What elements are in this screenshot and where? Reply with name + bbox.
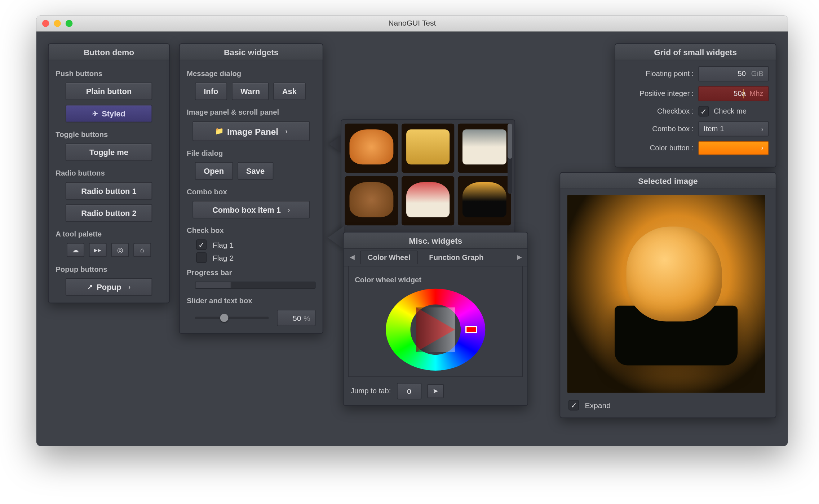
combo-box[interactable]: Combo box item 1› <box>192 201 310 218</box>
panel-misc-widgets[interactable]: Misc. widgets ◀ Color Wheel Function Gra… <box>343 232 528 406</box>
image-thumb[interactable] <box>345 176 398 225</box>
slider-knob[interactable] <box>220 314 229 322</box>
tab-color-wheel[interactable]: Color Wheel <box>360 251 418 264</box>
label-progress-bar: Progress bar <box>187 269 315 277</box>
tool-compass-button[interactable]: ◎ <box>111 243 129 257</box>
tab-function-graph[interactable]: Function Graph <box>421 251 491 264</box>
image-panel-button[interactable]: 📁Image Panel› <box>192 121 310 141</box>
slider[interactable] <box>195 317 269 319</box>
popup-button[interactable]: ↗Popup› <box>66 278 152 296</box>
panel-title: Misc. widgets <box>344 233 527 249</box>
styled-button[interactable]: ✈Styled <box>66 105 152 123</box>
radio-button-2[interactable]: Radio button 2 <box>66 204 152 222</box>
share-icon: ↗ <box>87 283 93 291</box>
app-window: NanoGUI Test Button demo Push buttons Pl… <box>36 15 788 446</box>
label-popup-buttons: Popup buttons <box>56 265 162 274</box>
tab-prev-icon[interactable]: ◀ <box>347 253 357 261</box>
image-thumb[interactable] <box>345 124 398 173</box>
chevron-right-icon: › <box>761 144 763 151</box>
label-positive-integer: Positive integer : <box>622 89 694 98</box>
label-file-dialog: File dialog <box>187 149 315 158</box>
ask-button[interactable]: Ask <box>273 83 305 100</box>
panel-title: Basic widgets <box>180 44 323 60</box>
panel-title: Selected image <box>560 173 776 189</box>
selected-image-view[interactable] <box>567 195 765 393</box>
checkbox-box: ✓ <box>196 239 207 250</box>
plain-button[interactable]: Plain button <box>66 83 152 100</box>
label-jump-to-tab: Jump to tab: <box>351 387 391 395</box>
tab-next-icon[interactable]: ▶ <box>514 253 524 261</box>
image-panel-popup <box>341 119 515 235</box>
rocket-icon: ✈ <box>92 110 98 118</box>
scrollbar-thumb[interactable] <box>508 124 512 159</box>
image-thumb[interactable] <box>402 124 455 173</box>
jump-go-button[interactable]: ➤ <box>427 384 443 398</box>
label-slider: Slider and text box <box>187 297 315 305</box>
label-checkbox: Checkbox : <box>622 107 694 115</box>
radio-button-1[interactable]: Radio button 1 <box>66 182 152 200</box>
image-thumb[interactable] <box>458 176 511 225</box>
panel-button-demo[interactable]: Button demo Push buttons Plain button ✈S… <box>48 43 170 303</box>
panel-title: Button demo <box>49 44 169 60</box>
popup-arrow-icon <box>329 135 342 154</box>
zoom-icon[interactable] <box>66 19 72 26</box>
label-push-buttons: Push buttons <box>56 70 162 78</box>
panel-title: Grid of small widgets <box>615 44 776 60</box>
label-floating-point: Floating point : <box>622 70 694 78</box>
arrow-right-icon: ➤ <box>433 387 438 395</box>
cloud-icon: ☁ <box>72 246 79 254</box>
color-picker-handle[interactable] <box>465 326 477 333</box>
image-thumb[interactable] <box>458 124 511 173</box>
compass-icon: ◎ <box>117 246 123 254</box>
info-button[interactable]: Info <box>195 83 227 100</box>
tab-bar: ◀ Color Wheel Function Graph ▶ <box>344 249 527 266</box>
fast-forward-icon: ▸▸ <box>94 246 101 254</box>
label-combo: Combo box : <box>622 125 694 133</box>
checkbox-checkme[interactable]: ✓Check me <box>698 106 769 116</box>
label-radio-buttons: Radio buttons <box>56 169 162 177</box>
tool-ff-button[interactable]: ▸▸ <box>89 243 107 257</box>
toggle-button[interactable]: Toggle me <box>66 143 152 161</box>
chevron-right-icon: › <box>761 125 763 132</box>
titlebar[interactable]: NanoGUI Test <box>36 15 788 31</box>
checkbox-box <box>196 252 207 263</box>
color-wheel[interactable] <box>386 289 485 371</box>
float-input[interactable]: 50GiB <box>698 66 769 81</box>
tool-install-button[interactable]: ⌂ <box>133 243 151 257</box>
panel-selected-image[interactable]: Selected image ✓Expand <box>560 172 776 418</box>
image-thumb[interactable] <box>402 176 455 225</box>
label-toggle-buttons: Toggle buttons <box>56 131 162 139</box>
label-color-button: Color button : <box>622 144 694 152</box>
label-color-wheel: Color wheel widget <box>355 276 516 284</box>
minimize-icon[interactable] <box>54 19 61 26</box>
label-check-box: Check box <box>187 226 315 235</box>
jump-tab-input[interactable]: 0 <box>397 383 421 399</box>
color-button[interactable]: › <box>698 141 769 155</box>
chevron-right-icon: › <box>288 206 290 213</box>
folder-icon: 📁 <box>215 127 223 135</box>
chevron-right-icon: › <box>128 283 130 290</box>
checkbox-expand[interactable]: ✓Expand <box>568 400 769 410</box>
label-combo-box: Combo box <box>187 188 315 196</box>
save-button[interactable]: Save <box>238 162 274 180</box>
combo-select[interactable]: Item 1› <box>698 121 769 136</box>
warn-button[interactable]: Warn <box>232 83 269 100</box>
panel-grid-widgets[interactable]: Grid of small widgets Floating point : 5… <box>615 43 776 167</box>
progress-fill <box>195 282 231 288</box>
int-input[interactable]: 50aMhz <box>698 86 769 101</box>
scrollbar[interactable] <box>508 124 512 194</box>
progress-bar <box>195 282 316 288</box>
tool-cloud-button[interactable]: ☁ <box>67 243 84 257</box>
panel-basic-widgets[interactable]: Basic widgets Message dialog Info Warn A… <box>179 43 323 334</box>
open-button[interactable]: Open <box>195 162 233 180</box>
install-icon: ⌂ <box>140 246 145 254</box>
label-message-dialog: Message dialog <box>187 70 315 78</box>
window-title: NanoGUI Test <box>36 19 788 27</box>
close-icon[interactable] <box>42 19 49 26</box>
label-image-panel: Image panel & scroll panel <box>187 108 315 116</box>
label-tool-palette: A tool palette <box>56 230 162 238</box>
checkbox-flag2[interactable]: Flag 2 <box>196 252 315 263</box>
chevron-right-icon: › <box>285 128 288 134</box>
slider-textbox[interactable]: 50% <box>277 310 315 326</box>
checkbox-flag1[interactable]: ✓Flag 1 <box>196 239 315 250</box>
